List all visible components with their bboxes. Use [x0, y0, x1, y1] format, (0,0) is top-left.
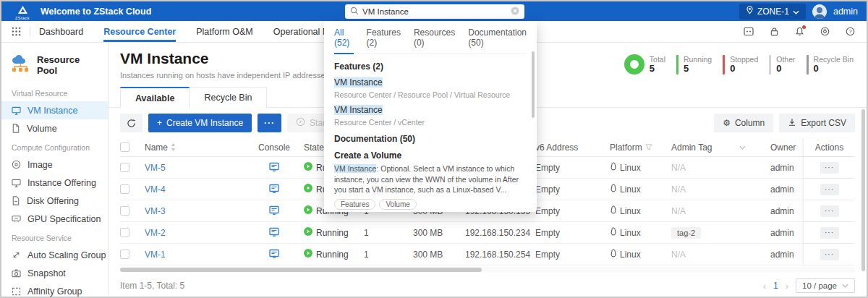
header-admin-tag: Admin Tag — [671, 142, 712, 153]
row-checkbox[interactable] — [120, 228, 129, 237]
select-all-checkbox[interactable] — [120, 142, 129, 152]
sidebar-item-disk-offering[interactable]: Disk Offering — [1, 192, 108, 210]
platform-text: Linux — [620, 228, 641, 238]
search-input[interactable] — [362, 7, 507, 16]
zone-name: ZONE-1 — [757, 7, 789, 17]
row-actions-button[interactable]: ··· — [820, 227, 839, 239]
owner-value: admin — [770, 206, 803, 216]
row-actions-button[interactable]: ··· — [820, 205, 839, 217]
vm-name-link[interactable]: VM-2 — [145, 228, 166, 238]
vertical-scrollbar[interactable] — [861, 109, 865, 271]
column-settings-button[interactable]: ⚙ Column — [714, 114, 773, 132]
sidebar-item-snapshot[interactable]: Snapshot — [1, 264, 108, 282]
search-tab-documentation[interactable]: Documentation (50) — [468, 27, 527, 54]
result-title[interactable]: VM Instance — [334, 77, 383, 88]
header-name[interactable]: Name — [145, 142, 168, 153]
nav-divider — [30, 27, 30, 36]
sidebar-item-volume[interactable]: Volume — [1, 119, 108, 137]
filter-icon[interactable] — [645, 144, 652, 151]
console-icon[interactable] — [269, 162, 279, 174]
doc-title[interactable]: Create a Volume — [334, 150, 527, 161]
row-checkbox[interactable] — [120, 250, 129, 259]
owner-value: admin — [770, 250, 803, 260]
search-tab-all[interactable]: All (52) — [334, 27, 354, 54]
sidebar-item-auto-scaling-group[interactable]: Auto Scaling Group — [1, 246, 108, 264]
row-actions-button[interactable]: ··· — [820, 249, 839, 260]
refresh-button[interactable] — [120, 114, 142, 132]
search-results-panel: All (52) Features (2) Resources (0) Docu… — [324, 21, 537, 212]
admin-tag-pill: tag-2 — [671, 227, 701, 239]
prev-page-button[interactable]: ‹ — [763, 281, 766, 291]
sidebar-title: Resource Pool — [37, 54, 99, 76]
header-platform: Platform — [610, 142, 642, 153]
user-name[interactable]: admin — [833, 7, 858, 17]
tab-available[interactable]: Available — [120, 87, 190, 108]
sidebar-item-vm-instance[interactable]: VM Instance — [1, 101, 108, 119]
next-page-button[interactable]: › — [786, 281, 788, 291]
vm-name-link[interactable]: VM-5 — [145, 163, 166, 173]
help-icon[interactable]: ? — [846, 27, 855, 36]
vm-name-link[interactable]: VM-1 — [145, 250, 166, 260]
gpu-card-icon — [12, 215, 21, 223]
console-icon[interactable] — [269, 205, 279, 217]
recycle-bar — [807, 55, 809, 74]
user-avatar[interactable] — [812, 4, 827, 19]
row-actions-button[interactable]: ··· — [820, 184, 839, 195]
section-compute-configuration: Compute Configuration — [1, 137, 108, 156]
console-window-icon[interactable] — [744, 27, 754, 36]
feature-result-1[interactable]: VM Instance Resource Center / Resource P… — [334, 72, 527, 99]
row-checkbox[interactable] — [120, 184, 129, 194]
feature-result-2[interactable]: VM Instance Resource Center / vCenter — [334, 99, 527, 127]
chevron-down-icon — [793, 7, 799, 17]
play-circle-icon — [296, 117, 305, 129]
nav-item-dashboard[interactable]: Dashboard — [39, 21, 83, 42]
vm-name-link[interactable]: VM-4 — [145, 184, 166, 195]
sort-icon[interactable] — [171, 143, 176, 151]
more-actions-button[interactable]: ··· — [258, 114, 281, 132]
chevron-down-icon[interactable] — [739, 145, 746, 150]
running-state-icon — [304, 205, 312, 216]
global-search[interactable] — [345, 4, 524, 19]
table-row-vm-2: VM-2 Running 1 300 MB 192.168.150.234 Em… — [120, 222, 855, 244]
create-vm-label: Create VM Instance — [166, 118, 243, 128]
sidebar-item-image[interactable]: Image — [1, 156, 108, 174]
column-label: Column — [735, 118, 765, 128]
doc-result-create-a-volume[interactable]: Create a Volume VM Instance: Optional. S… — [334, 150, 527, 210]
app-grid-icon[interactable] — [12, 27, 21, 36]
tab-recycle-bin[interactable]: Recycle Bin — [190, 87, 267, 108]
nav-item-resource-center[interactable]: Resource Center — [103, 21, 176, 42]
console-icon[interactable] — [269, 249, 279, 260]
row-checkbox[interactable] — [120, 206, 129, 216]
horizontal-scrollbar-track — [120, 267, 855, 273]
create-vm-instance-button[interactable]: + Create VM Instance — [148, 114, 252, 132]
lock-icon[interactable] — [770, 27, 779, 36]
sidebar-item-label: Disk Offering — [27, 196, 79, 206]
console-icon[interactable] — [269, 184, 279, 195]
sidebar-item-gpu-specification[interactable]: GPU Specification — [1, 210, 108, 228]
page-size-select[interactable]: 10 / page — [796, 278, 855, 293]
zone-selector[interactable]: ZONE-1 — [739, 4, 806, 20]
sidebar-item-affinity-group[interactable]: Affinity Group — [1, 282, 108, 298]
console-icon[interactable] — [269, 227, 279, 239]
export-csv-button[interactable]: Export CSV — [779, 114, 855, 132]
sidebar-item-instance-offering[interactable]: Instance Offering — [1, 174, 108, 192]
horizontal-scrollbar[interactable] — [120, 268, 482, 272]
zstack-logo[interactable]: ZStack — [10, 4, 35, 20]
record-icon[interactable] — [820, 27, 830, 36]
search-tab-resources[interactable]: Resources (0) — [414, 27, 455, 54]
page-number[interactable]: 1 — [773, 281, 778, 291]
chevron-down-icon — [842, 284, 848, 288]
file-icon — [12, 124, 20, 133]
row-actions-button[interactable]: ··· — [820, 162, 839, 174]
search-tab-features[interactable]: Features (2) — [367, 27, 401, 54]
dashed-frame-icon — [12, 287, 21, 296]
nav-item-platform-om[interactable]: Platform O&M — [196, 21, 253, 42]
notification-bell-icon[interactable] — [795, 27, 804, 36]
cpu-value: 1 — [364, 228, 413, 238]
sidebar-item-label: GPU Specification — [27, 214, 101, 224]
vm-name-link[interactable]: VM-3 — [145, 206, 166, 216]
panel-scrollbar[interactable] — [532, 51, 535, 118]
row-checkbox[interactable] — [120, 163, 129, 172]
result-title[interactable]: VM Instance — [334, 105, 383, 115]
clear-search-icon[interactable] — [511, 5, 519, 18]
